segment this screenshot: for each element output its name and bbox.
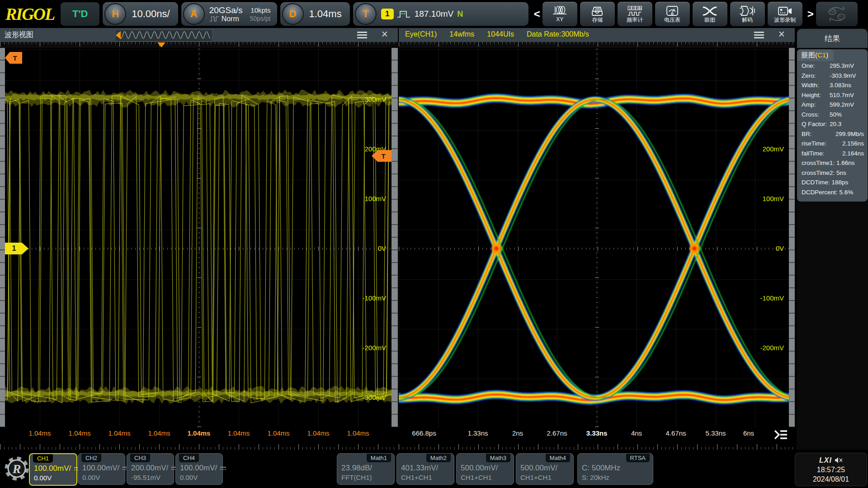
eye-close-icon[interactable]: × — [778, 27, 785, 41]
delay-block[interactable]: D 1.04ms — [280, 2, 350, 26]
math1-tab: Math1 — [367, 454, 391, 462]
wave-y-label: -200mV — [354, 344, 386, 352]
channel1-level-flag-label: 1 — [12, 244, 16, 253]
result-label: crossTime2: — [802, 168, 835, 178]
rigol-logo: RIGOL — [5, 4, 54, 24]
channel-block-ch4[interactable]: CH4 100.00mV/ 0.00V — [175, 453, 223, 485]
toolbar-button-eye[interactable]: 眼图 — [693, 2, 727, 26]
toolbar-scroll-right[interactable]: > — [807, 8, 814, 20]
delay-value: 1.04ms — [307, 8, 350, 20]
lxi-logo: LXI — [819, 455, 832, 465]
math2-block[interactable]: Math2 401.33mV/ CH1+CH1 — [396, 453, 454, 485]
toolbar-button-xy[interactable]: XY — [542, 2, 577, 26]
ch4-tab: CH4 — [179, 454, 199, 462]
trigger-knob[interactable]: T — [355, 3, 377, 25]
math1-block[interactable]: Math1 23.98dB/ FFT(CH1) — [337, 453, 395, 485]
trigger-position-marker[interactable] — [157, 42, 165, 47]
result-row: DCDTime:188ps — [797, 178, 868, 188]
horizontal-block[interactable]: H 10.00ns/ — [103, 2, 178, 26]
rigol-gear-button[interactable]: R — [4, 455, 30, 484]
svg-text:R: R — [12, 462, 21, 476]
result-label: Height: — [802, 90, 828, 100]
eye-expand-menu-button[interactable] — [773, 429, 788, 442]
wave-y-label: 300mV — [354, 95, 386, 103]
channel-block-ch2[interactable]: CH2 100.00mV/ 0.00V — [78, 453, 125, 485]
waveform-compare-button[interactable] — [816, 2, 858, 26]
trigger-sweep-mode: N — [457, 9, 463, 19]
toolbar-button-record[interactable]: 波形录制 — [768, 2, 802, 26]
eye-x-label: 4ns — [622, 429, 651, 438]
eye-data-rate: Data Rate:300Mb/s — [527, 30, 589, 38]
acquire-block[interactable]: A 20GSa/s Norm 10kpts 50ps/pt — [181, 2, 277, 26]
wave-x-label: 1.04ms — [265, 429, 292, 438]
eye-x-label: 2.67ns — [542, 429, 571, 438]
result-row: Width:3.083ns — [797, 80, 868, 90]
channel-block-ch1[interactable]: CH1 100.00mV/ Ω 0.00V — [29, 453, 77, 486]
delay-knob[interactable]: D — [282, 3, 304, 25]
panel-divider-scrollbar[interactable] — [392, 48, 398, 427]
math4-block[interactable]: Math4 500.00mV/ CH1+CH1 — [516, 453, 574, 485]
toolbar-label-storage: 存储 — [592, 17, 603, 23]
toolbar-button-counter[interactable]: 1234 频率计 — [618, 2, 652, 26]
datetime-status-block[interactable]: LXI 18:57:25 2024/08/01 — [795, 453, 867, 486]
result-label: DCDTime: — [802, 178, 830, 188]
eye-y-label: 100mV — [752, 195, 784, 203]
ch1-scale: 100.00mV/ — [34, 464, 71, 473]
results-tab-suffix: ) — [826, 51, 828, 59]
xy-icon — [552, 5, 568, 16]
math4-scale: 500.00mV/ — [520, 464, 557, 473]
eye-ui-count: 1044UIs — [487, 30, 514, 38]
waveform-plot-area[interactable]: 300mV 200mV 100mV 0V -100mV -200mV -300m… — [0, 48, 398, 427]
trigger-status-badge[interactable]: T'D — [61, 2, 99, 26]
ch2-tab: CH2 — [81, 454, 101, 462]
result-label: crossTime1: — [802, 158, 835, 168]
channel-block-ch3[interactable]: CH3 200.00mV/ Ω -95.51mV — [127, 453, 174, 485]
frequency-counter-icon: 1234 — [627, 5, 643, 17]
result-label: Amp: — [802, 100, 828, 110]
ch2-scale: 100.00mV/ — [82, 464, 119, 473]
record-position-strip[interactable] — [115, 29, 212, 42]
math3-block[interactable]: Math3 500.00mV/ CH1+CH1 — [456, 453, 514, 485]
eye-menu-icon[interactable] — [754, 32, 764, 33]
result-value: 188ps — [832, 178, 849, 188]
wave-x-label: 1.04ms — [26, 429, 53, 438]
wave-y-label: -300mV — [354, 394, 386, 402]
toolbar-label-eye: 眼图 — [704, 17, 715, 23]
rtsa-span: S: 20kHz — [582, 474, 609, 481]
math1-expression: FFT(CH1) — [341, 474, 372, 481]
clock-date: 2024/08/01 — [813, 474, 849, 484]
ch3-offset: -95.51mV — [131, 474, 160, 481]
wave-x-label: 1.04ms — [305, 429, 332, 438]
results-tab-eye-c1[interactable]: 眼图(C1) — [797, 49, 834, 61]
waveform-menu-icon[interactable] — [357, 32, 367, 33]
result-row: Zero:-303.9mV — [797, 71, 868, 81]
eye-x-label: 4.67ns — [661, 429, 690, 438]
waveform-bottom-ruler — [0, 443, 398, 450]
expand-menu-icon — [773, 429, 788, 441]
eye-x-label: 1.33ns — [463, 429, 492, 438]
rtsa-block[interactable]: RTSA C: 500MHz S: 20kHz — [577, 453, 653, 485]
wave-x-label: 1.04ms — [66, 429, 93, 438]
toolbar-scroll-left[interactable]: < — [534, 8, 540, 20]
result-value: -303.9mV — [830, 71, 856, 81]
trigger-block[interactable]: T 1 187.10mV N — [353, 2, 528, 26]
toolbar-button-voltmeter[interactable]: 电压表 — [655, 2, 690, 26]
eye-top-ruler — [399, 42, 795, 48]
math4-tab: Math4 — [546, 454, 570, 462]
waveform-left-scrollbar[interactable] — [0, 48, 5, 427]
math1-scale: 23.98dB/ — [341, 464, 372, 473]
waveform-close-icon[interactable]: × — [381, 27, 388, 41]
eye-plot-area[interactable]: 200mV 100mV 0V -100mV -200mV — [399, 48, 795, 427]
eye-right-scrollbar[interactable] — [789, 48, 795, 427]
eye-diagram-trace — [399, 48, 795, 427]
toolbar-label-xy: XY — [556, 17, 563, 23]
toolbar-button-storage[interactable]: 存储 — [580, 2, 615, 26]
waveform-record-icon — [777, 5, 793, 17]
acquire-knob[interactable]: A — [183, 3, 205, 25]
toolbar-button-decode[interactable]: 解码 — [730, 2, 765, 26]
math2-scale: 401.33mV/ — [401, 464, 438, 473]
gear-icon: R — [4, 455, 30, 482]
waveform-top-ruler — [0, 42, 398, 48]
result-label: fallTime: — [802, 149, 828, 159]
horizontal-knob[interactable]: H — [104, 3, 126, 25]
